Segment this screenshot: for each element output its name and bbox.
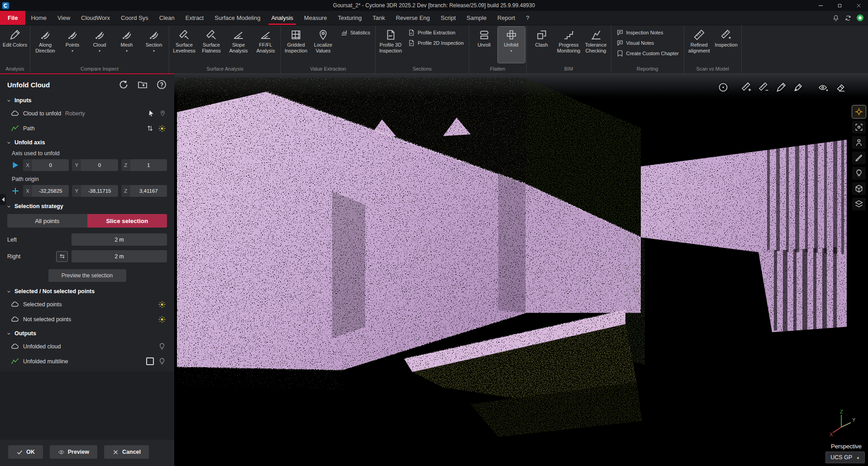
outputs-section-header[interactable]: Outputs	[0, 327, 174, 339]
maximize-button[interactable]	[830, 0, 849, 11]
cancel-button[interactable]: Cancel	[104, 445, 149, 459]
ribbon-button-section[interactable]: Section▾	[140, 27, 167, 63]
menu-tab-reverse-eng[interactable]: Reverse Eng	[391, 11, 435, 25]
lighting-button[interactable]	[852, 167, 866, 180]
ribbon-button-ff-fl-analysis[interactable]: FF/FL Analysis	[252, 27, 279, 63]
measure-remove-button[interactable]	[758, 81, 770, 94]
ribbon-button-localize-values[interactable]: Localize Values	[310, 27, 337, 63]
origin-z-field[interactable]: Z 3,41167	[121, 185, 167, 197]
measure-draw-button[interactable]	[792, 81, 805, 94]
menu-tab-view[interactable]: View	[52, 11, 76, 25]
menu-tab-cloudworx[interactable]: CloudWorx	[76, 11, 115, 25]
ucs-selector-button[interactable]: UCS GP ▲	[825, 452, 865, 463]
pick-cloud-button[interactable]	[148, 109, 155, 117]
ok-button[interactable]: OK	[8, 445, 43, 459]
menu-tab-script[interactable]: Script	[435, 11, 461, 25]
account-avatar[interactable]	[857, 14, 863, 21]
clipping-planes-button[interactable]	[852, 198, 866, 210]
menu-tab-tank[interactable]: Tank	[367, 11, 390, 25]
ribbon-button-cloud[interactable]: Cloud▾	[86, 27, 113, 63]
ribbon-button-unroll[interactable]: Unroll	[471, 27, 498, 63]
ribbon-button-surface-levelness[interactable]: Surface Levelness	[171, 27, 198, 63]
link-distances-button[interactable]	[56, 251, 68, 262]
minimize-button[interactable]	[811, 0, 830, 11]
help-button[interactable]	[156, 79, 167, 90]
ribbon-button-unfold[interactable]: Unfold▾	[498, 27, 525, 63]
preview-button[interactable]: Preview	[50, 445, 97, 459]
preview-selection-button[interactable]: Preview the selection	[48, 269, 126, 282]
visibility-on-icon[interactable]	[158, 315, 166, 323]
sync-icon[interactable]	[844, 14, 852, 22]
all-points-button[interactable]: All points	[7, 214, 87, 228]
origin-point-icon[interactable]	[11, 186, 20, 195]
menu-tab-home[interactable]: Home	[25, 11, 52, 25]
measure-edit-button[interactable]	[775, 81, 787, 94]
reset-button[interactable]	[118, 79, 129, 90]
origin-x-field[interactable]: X -32,25825	[23, 185, 69, 197]
close-button[interactable]	[849, 0, 868, 11]
inputs-section-header[interactable]: Inputs	[0, 94, 174, 106]
axis-z-field[interactable]: Z 1	[121, 159, 167, 171]
3d-viewport[interactable]: Z Y X Perspective UCS GP ▲	[174, 73, 868, 466]
ribbon-button-profile-3d-inspection[interactable]: Profile 3D Inspection	[377, 27, 404, 63]
ribbon-button-along-direction[interactable]: Along Direction	[32, 27, 59, 63]
ribbon-button-visual-notes[interactable]: Visual Notes	[615, 38, 681, 48]
visibility-on-icon[interactable]	[158, 124, 166, 133]
pin-icon[interactable]	[159, 110, 166, 117]
right-distance-field[interactable]: 2 m	[72, 250, 167, 262]
visibility-off-icon[interactable]	[158, 357, 166, 366]
pivot-point-button[interactable]	[717, 81, 730, 94]
ribbon-button-clash[interactable]: Clash	[528, 27, 555, 63]
menu-tab-clean[interactable]: Clean	[154, 11, 180, 25]
menu-tab-surface-modeling[interactable]: Surface Modeling	[209, 11, 266, 25]
measure-add-button[interactable]	[740, 81, 753, 94]
ribbon-button-edit-colors[interactable]: Edit Colors	[1, 27, 29, 63]
ribbon-button-tolerance-checking[interactable]: Tolerance Checking	[582, 27, 610, 63]
unfolded-multiline-checkbox[interactable]	[146, 357, 154, 365]
ribbon-button-gridded-inspection[interactable]: Gridded Inspection	[282, 27, 310, 63]
menu-tab-analysis[interactable]: Analysis	[266, 11, 298, 25]
ribbon-button-mesh[interactable]: Mesh▾	[113, 27, 140, 63]
measures-visibility-button[interactable]	[817, 81, 830, 94]
ribbon-button-profile-2d-inspection[interactable]: Profile 2D Inspection	[406, 38, 466, 48]
axis-gizmo[interactable]: Z Y X	[827, 409, 857, 439]
walk-mode-button[interactable]	[852, 136, 866, 149]
menu-tab-sample[interactable]: Sample	[461, 11, 492, 25]
unfold-axis-section-header[interactable]: Unfold axis	[0, 136, 174, 148]
menu-tab-help[interactable]: ?	[520, 11, 534, 25]
ribbon-button-create-custom-chapter[interactable]: Create Custom Chapter	[615, 49, 681, 58]
ribbon-button-refined-alignment[interactable]: Refined alignment	[686, 27, 713, 63]
ribbon-button-surface-flatness[interactable]: Surface Flatness	[198, 27, 225, 63]
visibility-off-icon[interactable]	[158, 342, 166, 351]
ribbon-button-slope-analysis[interactable]: Slope Analysis	[225, 27, 252, 63]
export-button[interactable]	[137, 79, 148, 90]
menu-tab-extract[interactable]: Extract	[180, 11, 209, 25]
axis-y-field[interactable]: Y 0	[72, 159, 118, 171]
menu-tab-file[interactable]: File	[0, 11, 25, 25]
orbit-mode-button[interactable]	[852, 105, 866, 118]
axis-x-field[interactable]: X 0	[23, 159, 69, 171]
measures-clear-button[interactable]	[835, 81, 847, 94]
menu-tab-texturing[interactable]: Texturing	[332, 11, 367, 25]
reverse-path-button[interactable]	[146, 124, 154, 132]
ribbon-button-profile-extraction[interactable]: Profile Extraction	[406, 28, 466, 37]
selected-points-section-header[interactable]: Selected / Not selected points	[0, 285, 174, 297]
origin-y-field[interactable]: Y -38,11715	[72, 185, 118, 197]
axis-direction-icon[interactable]	[11, 161, 20, 170]
ribbon-button-points[interactable]: Points▾	[59, 27, 86, 63]
visibility-on-icon[interactable]	[158, 300, 166, 309]
ribbon-button-statistics[interactable]: Statistics	[339, 28, 372, 37]
selection-strategy-section-header[interactable]: Selection strategy	[0, 200, 174, 212]
notifications-bell-icon[interactable]	[832, 14, 839, 22]
point-cloud-scene[interactable]	[174, 74, 868, 466]
menu-tab-report[interactable]: Report	[492, 11, 520, 25]
render-colors-button[interactable]	[852, 152, 866, 164]
left-distance-field[interactable]: 2 m	[72, 233, 167, 246]
menu-tab-measure[interactable]: Measure	[299, 11, 333, 25]
menu-tab-coord-sys[interactable]: Coord Sys	[115, 11, 154, 25]
seek-target-button[interactable]	[852, 121, 866, 133]
ribbon-button-inspection-notes[interactable]: Inspection Notes	[615, 28, 681, 37]
slice-selection-button[interactable]: Slice selection	[87, 214, 167, 228]
ribbon-button-progress-monitoring[interactable]: Progress Monitoring	[555, 27, 582, 63]
projection-cube-button[interactable]	[852, 182, 866, 195]
